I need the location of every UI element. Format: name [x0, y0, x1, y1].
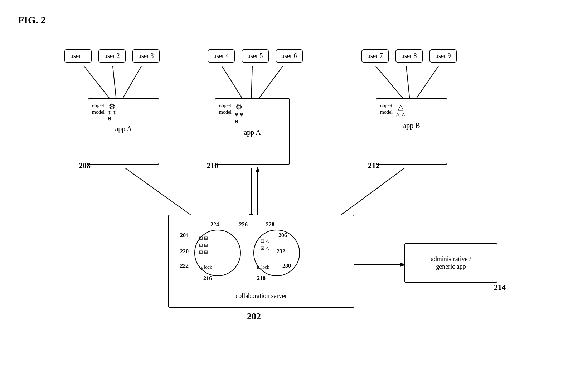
app-b-212-box: objectmodel △ △△ app B — [376, 98, 447, 165]
fig-label: FIG. 2 — [18, 14, 46, 26]
app212-icons: △ △△ — [395, 103, 405, 118]
admin-app-label: administrative / generic app — [431, 255, 471, 270]
admin-app-box: administrative / generic app — [404, 243, 497, 283]
collab-num-204: 204 — [180, 232, 189, 239]
collab-num-216: 216 — [203, 275, 212, 282]
collab-num-228: 228 — [266, 221, 274, 228]
svg-line-5 — [258, 66, 283, 100]
app210-icons: ⚙ ⊕⊕ ⊖ — [234, 103, 244, 125]
svg-line-8 — [415, 66, 438, 100]
app208-sublabel: objectmodel — [92, 103, 105, 116]
svg-line-7 — [406, 66, 410, 100]
collab-server-label: collaboration server — [175, 292, 348, 300]
app212-title: app B — [380, 122, 443, 130]
user1-box: user 1 — [64, 49, 92, 63]
user4-box: user 4 — [208, 49, 235, 63]
collab-server-box: 224 226 228 204 206 220 232 222 —230 216… — [168, 215, 354, 308]
svg-line-2 — [122, 66, 141, 100]
user2-box: user 2 — [98, 49, 126, 63]
app208-num: 208 — [79, 161, 91, 170]
app210-num: 210 — [206, 161, 218, 170]
user6-box: user 6 — [276, 49, 303, 63]
svg-line-9 — [125, 168, 200, 222]
app210-sublabel: objectmodel — [219, 103, 232, 116]
svg-line-3 — [222, 66, 243, 100]
svg-line-4 — [251, 66, 252, 100]
user5-box: user 5 — [242, 49, 269, 63]
collab-num-218: 218 — [257, 275, 266, 282]
collab-num-222: 222 — [180, 263, 189, 269]
user8-label: user 8 — [401, 52, 417, 59]
user7-box: user 7 — [361, 49, 389, 63]
user2-label: user 2 — [104, 52, 120, 59]
collab-lock-right: ⊡lock — [257, 264, 269, 270]
app208-title: app A — [92, 125, 155, 133]
user8-box: user 8 — [395, 49, 423, 63]
svg-line-6 — [376, 66, 404, 100]
user3-box: user 3 — [132, 49, 160, 63]
svg-line-1 — [113, 66, 116, 100]
app-a-208-box: objectmodel ⚙ ⊕⊕ ⊖ app A — [88, 98, 159, 165]
collab-icons-left: ⊡⊟ ⊡⊟ ⊡⊟ — [199, 235, 208, 256]
admin-num-214: 214 — [494, 283, 506, 292]
user5-label: user 5 — [247, 52, 263, 59]
svg-line-0 — [84, 66, 111, 100]
collab-num-220: 220 — [180, 248, 189, 255]
user3-label: user 3 — [138, 52, 154, 59]
user4-label: user 4 — [213, 52, 229, 59]
app208-icons: ⚙ ⊕⊕ ⊖ — [107, 103, 117, 121]
user9-label: user 9 — [435, 52, 451, 59]
user6-label: user 6 — [281, 52, 297, 59]
app212-sublabel: objectmodel — [380, 103, 393, 116]
app212-num: 212 — [368, 161, 380, 170]
collab-num-226: 226 — [239, 221, 248, 228]
collab-num-224: 224 — [210, 221, 219, 228]
user9-box: user 9 — [429, 49, 457, 63]
collab-num-202: 202 — [247, 311, 261, 322]
app-a-210-box: objectmodel ⚙ ⊕⊕ ⊖ app A — [215, 98, 290, 165]
user1-label: user 1 — [70, 52, 86, 59]
user7-label: user 7 — [367, 52, 383, 59]
app210-title: app A — [219, 128, 286, 137]
collab-icons-right: ⊡△ ⊡△ — [261, 238, 269, 251]
collab-lock-left: ⊡lock — [200, 264, 212, 270]
